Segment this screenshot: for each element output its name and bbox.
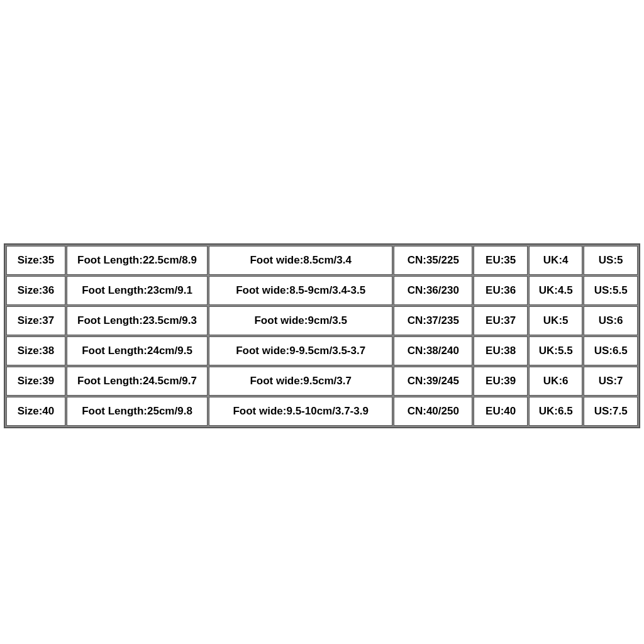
cell-foot-length: Foot Length:25cm/9.8 <box>67 397 208 426</box>
cell-us: US:7 <box>584 367 638 396</box>
cell-size: Size:37 <box>6 306 65 335</box>
cell-uk: UK:6.5 <box>529 397 583 426</box>
table-row: Size:36 Foot Length:23cm/9.1 Foot wide:8… <box>6 276 638 305</box>
cell-cn: CN:36/230 <box>394 276 472 305</box>
cell-cn: CN:39/245 <box>394 367 472 396</box>
cell-foot-length: Foot Length:22.5cm/8.9 <box>67 246 208 275</box>
cell-foot-wide: Foot wide:8.5cm/3.4 <box>209 246 392 275</box>
size-chart-container: Size:35 Foot Length:22.5cm/8.9 Foot wide… <box>4 243 640 428</box>
cell-foot-wide: Foot wide:9.5cm/3.7 <box>209 367 392 396</box>
cell-us: US:7.5 <box>584 397 638 426</box>
cell-foot-length: Foot Length:23.5cm/9.3 <box>67 306 208 335</box>
cell-eu: EU:35 <box>474 246 528 275</box>
cell-uk: UK:5 <box>529 306 583 335</box>
cell-cn: CN:35/225 <box>394 246 472 275</box>
cell-foot-length: Foot Length:23cm/9.1 <box>67 276 208 305</box>
cell-uk: UK:5.5 <box>529 336 583 365</box>
page: Size:35 Foot Length:22.5cm/8.9 Foot wide… <box>0 0 644 644</box>
size-chart-body: Size:35 Foot Length:22.5cm/8.9 Foot wide… <box>6 246 638 426</box>
cell-size: Size:38 <box>6 336 65 365</box>
cell-size: Size:36 <box>6 276 65 305</box>
cell-foot-wide: Foot wide:9-9.5cm/3.5-3.7 <box>209 336 392 365</box>
cell-eu: EU:37 <box>474 306 528 335</box>
cell-foot-wide: Foot wide:9cm/3.5 <box>209 306 392 335</box>
cell-us: US:6.5 <box>584 336 638 365</box>
cell-eu: EU:39 <box>474 367 528 396</box>
cell-eu: EU:40 <box>474 397 528 426</box>
table-row: Size:35 Foot Length:22.5cm/8.9 Foot wide… <box>6 246 638 275</box>
cell-cn: CN:38/240 <box>394 336 472 365</box>
cell-size: Size:39 <box>6 367 65 396</box>
cell-uk: UK:4 <box>529 246 583 275</box>
table-row: Size:39 Foot Length:24.5cm/9.7 Foot wide… <box>6 367 638 396</box>
size-chart-table: Size:35 Foot Length:22.5cm/8.9 Foot wide… <box>4 243 640 428</box>
cell-cn: CN:40/250 <box>394 397 472 426</box>
cell-foot-length: Foot Length:24.5cm/9.7 <box>67 367 208 396</box>
cell-foot-wide: Foot wide:8.5-9cm/3.4-3.5 <box>209 276 392 305</box>
cell-eu: EU:38 <box>474 336 528 365</box>
cell-foot-wide: Foot wide:9.5-10cm/3.7-3.9 <box>209 397 392 426</box>
cell-foot-length: Foot Length:24cm/9.5 <box>67 336 208 365</box>
cell-size: Size:35 <box>6 246 65 275</box>
cell-size: Size:40 <box>6 397 65 426</box>
cell-us: US:6 <box>584 306 638 335</box>
table-row: Size:38 Foot Length:24cm/9.5 Foot wide:9… <box>6 336 638 365</box>
cell-us: US:5 <box>584 246 638 275</box>
cell-eu: EU:36 <box>474 276 528 305</box>
cell-uk: UK:6 <box>529 367 583 396</box>
cell-uk: UK:4.5 <box>529 276 583 305</box>
cell-cn: CN:37/235 <box>394 306 472 335</box>
table-row: Size:37 Foot Length:23.5cm/9.3 Foot wide… <box>6 306 638 335</box>
table-row: Size:40 Foot Length:25cm/9.8 Foot wide:9… <box>6 397 638 426</box>
cell-us: US:5.5 <box>584 276 638 305</box>
